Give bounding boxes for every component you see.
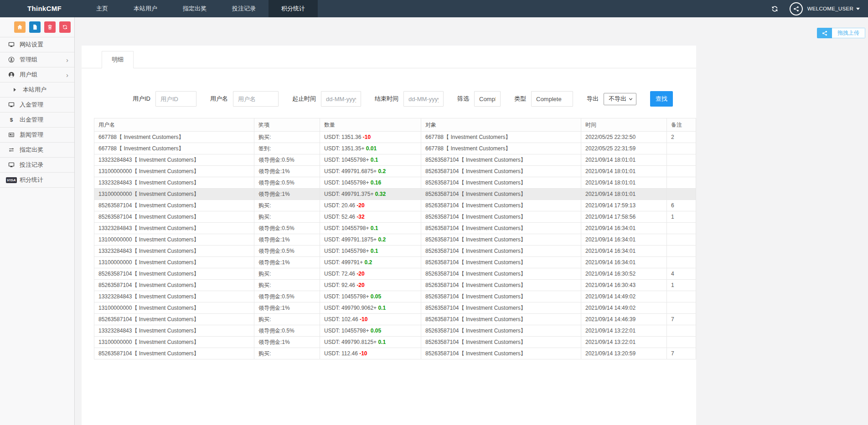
cell-username: 13100000000【 Investment Customers】: [94, 234, 254, 246]
brand[interactable]: ThinkCMF: [27, 0, 62, 17]
sidebar-item-5[interactable]: $出金管理: [0, 113, 74, 128]
navbar-menu: 主页本站用户指定出奖投注记录积分统计: [83, 0, 318, 17]
sidebar: 网站设置管理组›用户组›本站用户入金管理$出金管理新闻管理指定出奖投注记录VIS…: [0, 17, 75, 425]
sidebar-item-label: 本站用户: [23, 86, 46, 94]
tab-strip: 明细: [82, 46, 696, 68]
cell-username: 85263587104【 Investment Customers】: [94, 200, 254, 211]
table-row: 667788【 Investment Customers】购买:USDT: 13…: [94, 132, 696, 143]
nav-item-4[interactable]: 积分统计: [269, 0, 318, 17]
filter-label-type: 类型: [514, 95, 526, 103]
sidebar-item-7[interactable]: 指定出奖: [0, 143, 74, 158]
user-menu[interactable]: WELCOME_USER: [807, 6, 860, 11]
nav-item-0[interactable]: 主页: [83, 0, 121, 17]
cell-note: 6: [667, 200, 696, 211]
cell-target: 85263587104【 Investment Customers】: [421, 234, 581, 246]
cell-amount: USDT: 499790.8125+ 0.1: [320, 337, 421, 348]
trash-quick-button[interactable]: [44, 21, 56, 33]
cell-time: 2021/09/14 14:49:02: [581, 291, 667, 302]
cell-amount: USDT: 1351.35+ 0.01: [320, 143, 421, 154]
cell-target: 85263587104【 Investment Customers】: [421, 257, 581, 268]
nav-item-2[interactable]: 指定出奖: [170, 0, 219, 17]
cell-username: 85263587104【 Investment Customers】: [94, 348, 254, 359]
cell-target: 667788【 Investment Customers】: [421, 132, 581, 143]
table-row: 667788【 Investment Customers】签到:USDT: 13…: [94, 143, 696, 154]
cell-target: 85263587104【 Investment Customers】: [421, 268, 581, 280]
visa-icon: VISA: [6, 177, 16, 183]
cell-username: 13323284843【 Investment Customers】: [94, 291, 254, 302]
cell-prize: 领导佣金:0.5%: [254, 154, 320, 166]
sidebar-item-9[interactable]: VISA积分统计: [0, 173, 74, 188]
drag-upload-button[interactable]: 拖拽上传: [817, 28, 865, 38]
cell-target: 85263587104【 Investment Customers】: [421, 223, 581, 234]
table-row: 13100000000【 Investment Customers】领导佣金:1…: [94, 257, 696, 268]
svg-text:$: $: [10, 117, 13, 123]
refresh-icon[interactable]: [771, 5, 779, 13]
cell-time: 2022/05/25 22:32:50: [581, 132, 667, 143]
chevron-down-icon: [629, 97, 633, 101]
chevron-down-icon: [856, 8, 860, 10]
start-time-input[interactable]: [321, 91, 361, 107]
table-row: 85263587104【 Investment Customers】购买:USD…: [94, 211, 696, 223]
sidebar-item-label: 网站设置: [20, 41, 43, 49]
cell-amount: USDT: 10455798+ 0.1: [320, 246, 421, 257]
home-quick-button[interactable]: [14, 21, 26, 33]
cell-prize: 领导佣金:0.5%: [254, 291, 320, 302]
sidebar-item-6[interactable]: 新闻管理: [0, 128, 74, 143]
cell-note: [667, 154, 696, 166]
file-icon: [32, 24, 38, 30]
user-id-input[interactable]: [155, 91, 196, 107]
username-input[interactable]: [233, 91, 279, 107]
sidebar-item-label: 新闻管理: [20, 131, 43, 139]
cell-username: 85263587104【 Investment Customers】: [94, 280, 254, 291]
file-quick-button[interactable]: [29, 21, 41, 33]
tab-detail[interactable]: 明细: [102, 51, 134, 68]
sidebar-item-label: 积分统计: [20, 176, 43, 184]
cell-note: [667, 302, 696, 314]
table-row: 13100000000【 Investment Customers】领导佣金:1…: [94, 302, 696, 314]
cell-prize: 领导佣金:0.5%: [254, 246, 320, 257]
cell-amount: USDT: 10455798+ 0.16: [320, 177, 421, 189]
nav-item-3[interactable]: 投注记录: [219, 0, 269, 17]
sidebar-item-0[interactable]: 网站设置: [0, 37, 74, 52]
cell-time: 2021/09/14 14:46:39: [581, 314, 667, 325]
sidebar-item-1[interactable]: 管理组›: [0, 52, 74, 67]
dollar-icon: $: [6, 117, 16, 123]
cell-amount: USDT: 10455798+ 0.1: [320, 154, 421, 166]
cell-username: 667788【 Investment Customers】: [94, 143, 254, 154]
cell-time: 2021/09/14 16:34:01: [581, 246, 667, 257]
exchange-icon: [6, 147, 16, 153]
filter-bar: 用户ID 用户名 起止时间 结束时间 筛选 类型: [82, 91, 696, 107]
export-select[interactable]: 不导出: [604, 93, 636, 105]
sidebar-item-3[interactable]: 本站用户: [0, 82, 74, 97]
cell-prize: 领导佣金:0.5%: [254, 325, 320, 337]
sidebar-item-8[interactable]: 投注记录: [0, 158, 74, 173]
cell-target: 85263587104【 Investment Customers】: [421, 302, 581, 314]
table-row: 85263587104【 Investment Customers】购买:USD…: [94, 314, 696, 325]
search-button[interactable]: 查找: [650, 91, 673, 107]
cell-time: 2021/09/14 17:59:13: [581, 200, 667, 211]
cell-prize: 领导佣金:1%: [254, 234, 320, 246]
end-time-input[interactable]: [403, 91, 444, 107]
cell-time: 2021/09/14 13:22:01: [581, 337, 667, 348]
cell-target: 85263587104【 Investment Customers】: [421, 291, 581, 302]
avatar[interactable]: [790, 2, 803, 15]
content-panel: 明细 用户ID 用户名 起止时间 结束时间 筛选: [82, 46, 696, 425]
type-input[interactable]: [531, 91, 573, 107]
cell-username: 13323284843【 Investment Customers】: [94, 325, 254, 337]
filter-label-end-time: 结束时间: [375, 95, 398, 103]
cell-prize: 购买:: [254, 348, 320, 359]
nav-item-1[interactable]: 本站用户: [121, 0, 170, 17]
cell-time: 2021/09/14 18:01:01: [581, 177, 667, 189]
filter-label-export: 导出: [587, 95, 599, 103]
sidebar-item-4[interactable]: 入金管理: [0, 97, 74, 113]
table-row: 13323284843【 Investment Customers】领导佣金:0…: [94, 246, 696, 257]
cell-prize: 领导佣金:1%: [254, 189, 320, 200]
cell-username: 13323284843【 Investment Customers】: [94, 223, 254, 234]
recycle-quick-button[interactable]: [59, 21, 71, 33]
table-row: 85263587104【 Investment Customers】购买:USD…: [94, 348, 696, 359]
records-table: 用户名奖项数量对象时间备注 667788【 Investment Custome…: [94, 118, 696, 359]
upload-label: 拖拽上传: [832, 28, 865, 38]
table-row: 13100000000【 Investment Customers】领导佣金:1…: [94, 234, 696, 246]
sidebar-item-2[interactable]: 用户组›: [0, 67, 74, 82]
filter-input[interactable]: [474, 91, 501, 107]
